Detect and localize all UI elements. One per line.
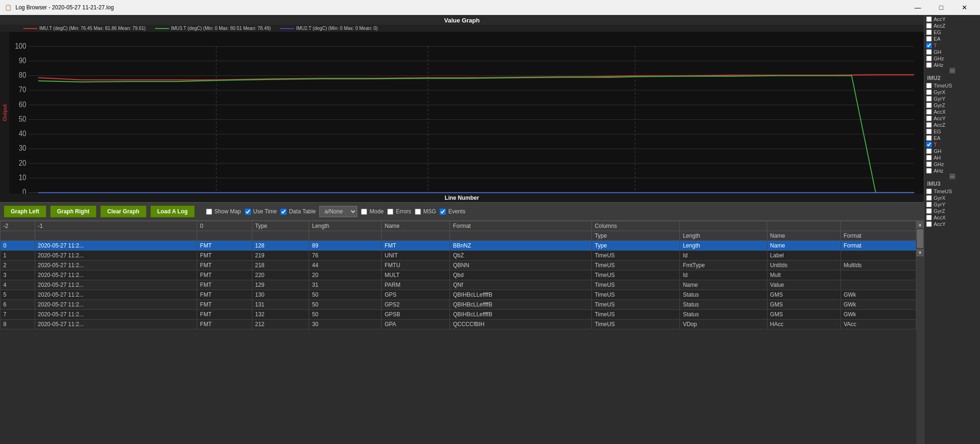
show-map-label[interactable]: Show Map [214,208,241,215]
sidebar-label-imu3-gyrz[interactable]: GyrZ [934,208,945,214]
legend-line-green [155,28,169,29]
mode-label[interactable]: Mode [369,208,383,215]
minimize-button[interactable]: — [907,0,928,15]
sidebar-label-imu2-accy[interactable]: AccY [934,116,946,121]
legend-item-green: IMU3.T (degC) (Min: 0 Max: 80.51 Mean: 7… [155,26,271,31]
sidebar-checkbox-accz[interactable] [926,23,932,29]
table-row[interactable]: 82020-05-27 11:2...FMT21230GPAQCCCCfBIHT… [0,320,916,329]
graph-canvas-area[interactable]: 100 90 80 70 60 50 40 30 20 10 0 [9,32,924,194]
sidebar-label-imu3-timeus[interactable]: TimeUS [934,189,952,194]
sidebar-checkbox-imu2-gyry[interactable] [926,96,932,102]
use-time-label[interactable]: Use Time [253,208,277,215]
table-row[interactable]: 42020-05-27 11:2...FMT12931PARMQNfTimeUS… [0,280,916,290]
sidebar-label-imu2-ghz[interactable]: GHz [934,161,944,167]
mode-group: Mode [361,208,383,215]
sidebar-checkbox-imu2-eg[interactable] [926,129,932,134]
sidebar-checkbox-imu3-gyrz[interactable] [926,208,932,214]
scroll-up-arrow[interactable]: ▲ [916,221,924,228]
mode-dropdown[interactable]: a/None b/Mode1 [319,206,357,217]
sidebar-checkbox-ahz[interactable] [926,62,932,68]
sidebar-checkbox-imu3-accy[interactable] [926,221,932,227]
title-bar-controls: — □ ✕ [907,0,975,15]
sidebar-checkbox-imu3-gyrx[interactable] [926,195,932,201]
table-row[interactable]: 22020-05-27 11:2...FMT21844FMTUQBNNTimeU… [0,261,916,270]
sub-col-2 [197,231,252,241]
sidebar-label-imu2-gyry[interactable]: GyrY [934,96,945,102]
events-label[interactable]: Events [448,208,465,215]
sidebar-checkbox-imu3-timeus[interactable] [926,189,932,194]
close-button[interactable]: ✕ [954,0,975,15]
table-row[interactable]: 72020-05-27 11:2...FMT13250GPSBQBIHBcLLe… [0,310,916,320]
sidebar-checkbox-imu2-ghz[interactable] [926,161,932,167]
sidebar-label-imu3-gyry[interactable]: GyrY [934,202,945,207]
sidebar-label-imu2-ahz[interactable]: AHz [934,168,943,174]
sidebar-label-imu2-accx[interactable]: AccX [934,109,946,115]
sidebar-checkbox-ea[interactable] [926,36,932,42]
sidebar-label-ghz[interactable]: GHz [934,56,944,61]
graph-left-button[interactable]: Graph Left [4,205,46,218]
sidebar-label-imu3-accy[interactable]: AccY [934,221,946,227]
sidebar-checkbox-imu2-gyrx[interactable] [926,89,932,95]
errors-label[interactable]: Errors [396,208,411,215]
load-log-button[interactable]: Load A Log [150,205,195,218]
sidebar-label-accy[interactable]: AccY [934,16,946,22]
sidebar-checkbox-imu2-accx[interactable] [926,109,932,115]
graph-right-button[interactable]: Graph Right [50,205,96,218]
table-inner[interactable]: -2 -1 0 Type Length Name Format Columns [0,221,916,444]
sidebar-checkbox-imu2-gyrz[interactable] [926,102,932,108]
sidebar-checkbox-imu2-accz[interactable] [926,122,932,128]
data-table-checkbox[interactable] [280,209,287,215]
sidebar-checkbox-accy[interactable] [926,16,932,22]
scroll-down-arrow[interactable]: ▼ [916,249,924,256]
sidebar-checkbox-imu2-ahz[interactable] [926,168,932,174]
sidebar-label-accz[interactable]: AccZ [934,23,945,29]
msg-checkbox[interactable] [415,209,421,215]
sidebar-label-gh[interactable]: GH [934,49,942,55]
table-row[interactable]: 02020-05-27 11:2...FMT12889FMTBBnNZTypeL… [0,241,916,251]
sidebar-label-imu2-gyrx[interactable]: GyrX [934,89,945,95]
events-checkbox[interactable] [440,209,446,215]
sidebar-checkbox-eg[interactable] [926,29,932,35]
sidebar-label-ea[interactable]: EA [934,36,941,42]
table-cell-6-9: GMS [767,300,840,310]
sidebar-checkbox-imu2-gh[interactable] [926,148,932,154]
clear-graph-button[interactable]: Clear Graph [100,205,147,218]
data-table-label[interactable]: Data Table [289,208,316,215]
sidebar-checkbox-ghz[interactable] [926,56,932,61]
show-map-checkbox[interactable] [206,209,212,215]
sidebar-label-imu2-eg[interactable]: EG [934,129,941,134]
sidebar-label-imu3-gyrx[interactable]: GyrX [934,195,945,201]
table-row[interactable]: 52020-05-27 11:2...FMT13050GPSQBIHBcLLef… [0,290,916,300]
sidebar-label-imu2-ea[interactable]: EA [934,135,941,141]
errors-checkbox[interactable] [387,209,393,215]
sidebar-checkbox-imu3-gyry[interactable] [926,202,932,207]
table-cell-7-6: QBIHBcLLeffffB [450,310,592,320]
sidebar-label-imu2-accz[interactable]: AccZ [934,122,945,128]
sidebar-label-imu2-timeus[interactable]: TimeUS [934,83,952,88]
sidebar-checkbox-imu2-t[interactable] [926,142,932,147]
table-cell-1-3: 219 [252,251,309,261]
sidebar-checkbox-imu2-ah[interactable] [926,155,932,160]
sidebar-label-ahz[interactable]: AHz [934,62,943,68]
sidebar-label-imu2-gyrz[interactable]: GyrZ [934,102,945,108]
sidebar-label-eg[interactable]: EG [934,29,941,35]
table-row[interactable]: 62020-05-27 11:2...FMT13150GPS2QBIHBcLLe… [0,300,916,310]
sidebar-checkbox-t[interactable] [926,43,932,48]
sidebar-checkbox-gh[interactable] [926,49,932,55]
sidebar-label-imu2-t[interactable]: T [934,142,937,147]
sidebar-checkbox-imu3-accx[interactable] [926,215,932,220]
use-time-checkbox[interactable] [245,209,251,215]
mode-checkbox[interactable] [361,209,367,215]
table-row[interactable]: 32020-05-27 11:2...FMT22020MULTQbdTimeUS… [0,270,916,280]
table-row[interactable]: 12020-05-27 11:2...FMT21976UNITQbZTimeUS… [0,251,916,261]
sidebar-checkbox-imu2-ea[interactable] [926,135,932,141]
sidebar-label-imu2-gh[interactable]: GH [934,148,942,154]
sidebar-label-imu3-accx[interactable]: AccX [934,215,946,220]
maximize-button[interactable]: □ [930,0,952,15]
sidebar-label-imu2-ah[interactable]: AH [934,155,941,160]
msg-label[interactable]: MSG [423,208,436,215]
sidebar-label-t[interactable]: T [934,43,937,48]
scroll-thumb[interactable] [917,229,923,248]
sidebar-checkbox-imu2-timeus[interactable] [926,83,932,88]
sidebar-checkbox-imu2-accy[interactable] [926,116,932,121]
